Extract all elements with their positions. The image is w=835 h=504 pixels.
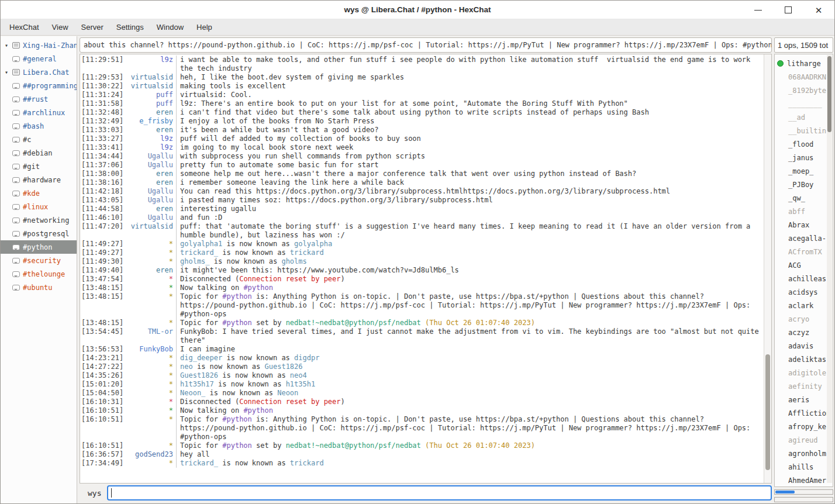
sidebar-item-programming[interactable]: ##programming (1, 79, 77, 92)
user-list-item[interactable]: achilleas (777, 272, 827, 285)
message-segment: (Thu Oct 26 01:07:40 2023) (421, 441, 535, 450)
user-list-item[interactable]: __builtin (777, 124, 827, 137)
message-nick[interactable]: virtualsid (127, 73, 176, 82)
tree-server-libera.chat[interactable]: ▾Libera.Chat (1, 65, 77, 79)
message-input[interactable] (107, 485, 772, 500)
user-list-item[interactable]: agireud (777, 433, 827, 447)
menu-item-hexchat[interactable]: HexChat (3, 20, 46, 34)
message-nick[interactable]: virtualsid (127, 82, 176, 91)
user-list-item[interactable]: _flood (777, 137, 827, 151)
user-list-hscrollbar-thumb[interactable] (775, 491, 795, 493)
message-nick[interactable]: eren (127, 170, 176, 178)
user-list-item[interactable]: _moep_ (777, 164, 827, 178)
message-nick[interactable]: godSend23 (127, 450, 176, 459)
sidebar-item-security[interactable]: #security (1, 254, 77, 267)
message-nick[interactable]: Ugallu (127, 196, 176, 205)
sidebar-item-kde[interactable]: #kde (1, 187, 77, 200)
sidebar-item-thelounge[interactable]: #thelounge (1, 267, 77, 281)
user-list-hscrollbar[interactable] (774, 489, 833, 495)
user-list-item[interactable]: Abrax (777, 218, 827, 232)
user-list-item[interactable]: afropy_ke (777, 420, 827, 433)
user-list-item[interactable]: _PJBoy (777, 178, 827, 191)
user-list-item[interactable]: adavis (777, 339, 827, 353)
user-list-item[interactable]: Affliction (777, 406, 827, 420)
maximize-button[interactable] (782, 4, 795, 16)
sidebar-item-ubuntu[interactable]: #ubuntu (1, 281, 77, 294)
message-nick[interactable]: eren (127, 205, 176, 213)
menu-item-settings[interactable]: Settings (110, 20, 150, 34)
user-list-item[interactable]: ahills (777, 460, 827, 474)
message-nick[interactable]: Ugallu (127, 161, 176, 170)
user-list-item[interactable]: aeris (777, 393, 827, 406)
user-list-item[interactable]: adigitole (777, 366, 827, 379)
message-nick[interactable]: Ugallu (127, 213, 176, 222)
user-list-item[interactable]: abff (777, 205, 827, 218)
sidebar-item-git[interactable]: #git (1, 160, 77, 173)
sidebar-item-postgresql[interactable]: #postgresql (1, 227, 77, 240)
sidebar-item-networking[interactable]: #networking (1, 213, 77, 227)
close-button[interactable]: ✕ (812, 4, 825, 16)
user-list-item[interactable]: ACG (777, 258, 827, 272)
user-list-item[interactable]: _8192byte (777, 84, 827, 97)
message-nick[interactable]: puff (127, 99, 176, 108)
message-nick[interactable]: eren (127, 266, 176, 275)
menu-item-view[interactable]: View (46, 20, 75, 34)
user-list-item[interactable]: __ad (777, 111, 827, 124)
user-list-item[interactable]: aefinity (777, 379, 827, 393)
user-list-item[interactable]: acidsys (777, 285, 827, 299)
user-list-item[interactable]: aclark (777, 299, 827, 312)
menu-item-server[interactable]: Server (75, 20, 110, 34)
tree-server-xing-hai-zhan[interactable]: ▾Xing-Hai-Zhan (1, 39, 77, 52)
topic-bar[interactable]: about this channel? https://pound-python… (80, 37, 772, 53)
message-nick[interactable]: l9z (127, 134, 176, 143)
sidebar-item-hardware[interactable]: #hardware (1, 173, 77, 187)
message-nick[interactable]: eren (127, 108, 176, 117)
user-list-scrollbar-thumb[interactable] (827, 56, 831, 132)
link[interactable]: https://docs.python.org/3/library/subpro… (256, 187, 670, 195)
message-text: Disconnected (Connection reset by peer) (176, 275, 763, 284)
user-list-item[interactable]: acryo (777, 312, 827, 326)
tree-expander-icon[interactable]: ▾ (1, 42, 12, 49)
menu-item-window[interactable]: Window (150, 20, 190, 34)
user-list-scrollbar[interactable] (827, 55, 832, 483)
message-nick[interactable]: eren (127, 178, 176, 187)
message-nick[interactable]: l9z (127, 143, 176, 152)
user-list-item[interactable]: AhmedAmer (777, 474, 827, 486)
user-list-item[interactable]: _qw_ (777, 191, 827, 205)
message-nick[interactable]: e_frisby (127, 117, 176, 126)
user-list-item[interactable]: adeliktas (777, 353, 827, 366)
timestamp: [11:33:41] (81, 143, 127, 152)
user-list-item[interactable]: _janus (777, 151, 827, 164)
sidebar-item-rust[interactable]: ##rust (1, 92, 77, 106)
sidebar-item-general[interactable]: #general (1, 52, 77, 65)
sidebar-item-linux[interactable]: #linux (1, 200, 77, 213)
sidebar-item-python[interactable]: #python (1, 240, 77, 254)
link[interactable]: https://docs.python.org/3/library/subpro… (286, 196, 493, 204)
message-nick[interactable]: TML-or (127, 327, 176, 336)
message-nick[interactable]: Ugallu (127, 187, 176, 196)
user-list-item[interactable]: agronholm (777, 447, 827, 460)
sidebar-item-debian[interactable]: #debian (1, 146, 77, 160)
sidebar-item-c[interactable]: #c (1, 133, 77, 146)
message-nick[interactable]: Ugallu (127, 152, 176, 161)
tree-expander-icon[interactable]: ▾ (1, 69, 12, 75)
user-list-item[interactable]: aczyz (777, 326, 827, 339)
minimize-button[interactable] (751, 4, 764, 16)
link[interactable]: https://www.youtube.com/watch?v=Jd8ulMb6… (277, 266, 459, 274)
user-list-item[interactable]: litharge (777, 57, 827, 70)
menu-item-help[interactable]: Help (190, 20, 219, 34)
user-list-item[interactable]: acegalla- (777, 232, 827, 245)
chat-scrollbar[interactable] (764, 54, 771, 483)
sidebar-item-archlinux[interactable]: #archlinux (1, 106, 77, 119)
chat-scrollbar-thumb[interactable] (765, 354, 770, 470)
user-list-item[interactable]: ACfromTX (777, 245, 827, 258)
message-nick[interactable]: eren (127, 126, 176, 134)
message-segment: neo (180, 363, 193, 371)
message-nick[interactable]: FunkyBob (127, 345, 176, 354)
sidebar-item-bash[interactable]: #bash (1, 119, 77, 133)
user-list-item[interactable]: ________ (777, 97, 827, 111)
message-nick[interactable]: puff (127, 91, 176, 99)
message-nick[interactable]: l9z (127, 56, 176, 64)
message-nick[interactable]: virtualsid (127, 222, 176, 231)
user-list-item[interactable]: 068AADRKN (777, 70, 827, 84)
